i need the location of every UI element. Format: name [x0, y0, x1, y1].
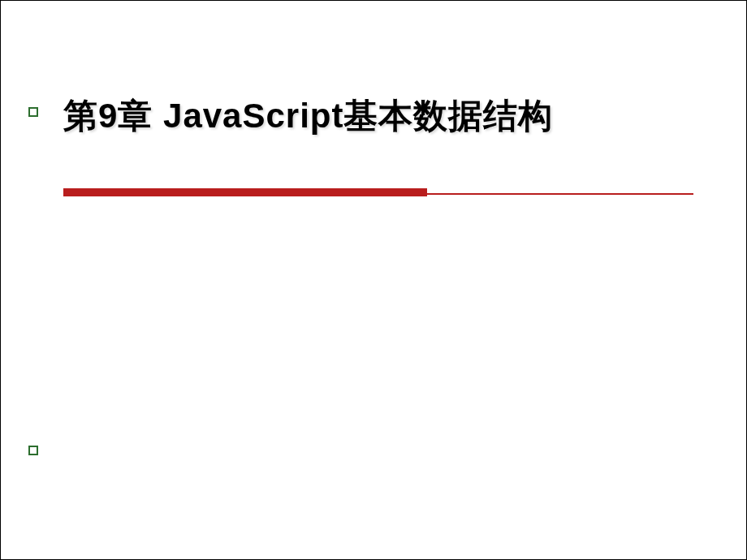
title-underline [63, 188, 693, 198]
slide-title: 第9章 JavaScript基本数据结构 [63, 93, 554, 139]
underline-thick [63, 188, 427, 196]
square-icon [28, 446, 38, 455]
bullet-squares [28, 107, 38, 455]
slide-border [0, 0, 747, 560]
underline-thin [427, 193, 693, 195]
title-container: 第9章 JavaScript基本数据结构 [63, 93, 554, 139]
square-icon [28, 107, 38, 117]
